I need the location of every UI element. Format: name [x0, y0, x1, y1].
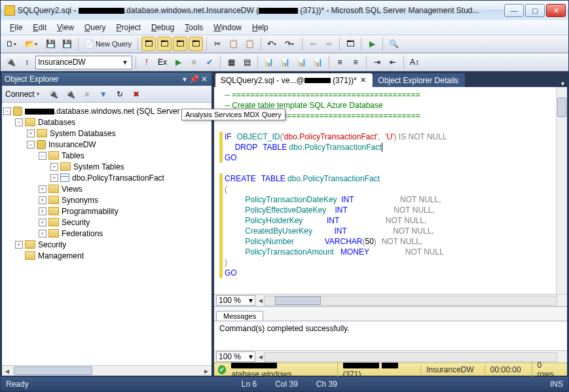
de-query-4-button[interactable]: 🗔	[189, 37, 203, 51]
new-project-button[interactable]: 🗋▾	[3, 37, 21, 51]
stop-button[interactable]: ■	[187, 55, 201, 69]
tree-security-db[interactable]: Security	[62, 218, 90, 227]
open-button[interactable]: 📂▾	[22, 37, 42, 51]
results-grid-button[interactable]: ▦	[224, 55, 238, 69]
menu-query[interactable]: Query	[79, 22, 111, 33]
folder-icon	[48, 207, 59, 215]
de-query-2-button[interactable]: 🗔	[157, 37, 172, 51]
tree-synonyms[interactable]: Synonyms	[62, 196, 98, 205]
tree-tables[interactable]: Tables	[62, 151, 84, 160]
menu-window[interactable]: Window	[208, 22, 247, 33]
tab-oe-details[interactable]: Object Explorer Details	[373, 73, 466, 87]
comment-button[interactable]: ≡	[333, 55, 347, 69]
connect-label[interactable]: Connect	[5, 90, 35, 99]
messages-zoom-row: 100 %▾ ◂	[214, 350, 567, 363]
tree-system-databases[interactable]: System Databases	[50, 129, 116, 138]
toggle-button[interactable]: ↕	[20, 55, 34, 69]
menu-view[interactable]: View	[52, 22, 79, 33]
object-explorer-panel: Object Explorer ▾ 📌 ✕ Connect▾ 🔌 🔌 ■ ▼ ↻…	[2, 73, 211, 376]
indent-button[interactable]: ⇥	[370, 55, 384, 69]
disconnect-button[interactable]: 🔌	[63, 88, 78, 101]
tree-server[interactable]: .database.windows.net (SQL Server	[25, 107, 180, 116]
toolbar-main: 🗋▾ 📂▾ 💾 💾 📄New Query 🗔 🗔 🗔 🗔 ✂ 📋 📋 ↶▾ ↷▾…	[1, 35, 568, 53]
help-button[interactable]: ✖	[129, 88, 143, 101]
de-query-3-button[interactable]: 🗔	[173, 37, 187, 51]
messages-h-scrollbar[interactable]	[264, 352, 557, 362]
tree-databases[interactable]: Databases	[38, 118, 75, 127]
start-debug-button[interactable]: ▶	[365, 37, 379, 51]
status-user: (371)	[337, 361, 416, 379]
cut-button[interactable]: ✂	[210, 37, 225, 51]
folder-icon	[25, 251, 35, 260]
paste-button[interactable]: 📋	[242, 37, 257, 51]
specify-values-button[interactable]: A↕	[407, 55, 422, 69]
database-combo[interactable]: InsuranceDW ▾	[35, 56, 132, 69]
tab-sqlquery2[interactable]: SQLQuery2.sql - ve...@ (371))* ✕	[215, 73, 373, 87]
save-all-button[interactable]: 💾	[60, 37, 75, 51]
de-query-1-button[interactable]: 🗔	[141, 37, 156, 51]
client-stats-button[interactable]: 📊	[310, 55, 325, 69]
app-status-bar: Ready Ln 6 Col 39 Ch 39 INS	[1, 377, 568, 391]
copy-button[interactable]: 📋	[226, 37, 241, 51]
tab-close-button[interactable]: ✕	[360, 76, 366, 84]
tab-label: SQLQuery2.sql - ve...@ (371))*	[221, 76, 357, 85]
menu-debug[interactable]: Debug	[146, 22, 179, 33]
new-query-button[interactable]: 📄New Query	[82, 37, 134, 51]
titlebar: SQLQuery2.sql - .database.windows.net.In…	[1, 1, 568, 20]
results-text-button[interactable]: ▤	[240, 55, 254, 69]
find-button[interactable]: 🔍	[386, 37, 401, 51]
menu-edit[interactable]: Edit	[28, 22, 52, 33]
tree-table-ptfact[interactable]: dbo.PolicyTransactionFact	[72, 173, 164, 183]
activity-button[interactable]: 🗔	[343, 37, 358, 51]
menu-tools[interactable]: Tools	[179, 22, 208, 33]
messages-pane[interactable]: Command(s) completed successfully.	[214, 321, 567, 350]
outdent-button[interactable]: ⇤	[386, 55, 400, 69]
panel-close-button[interactable]: ✕	[199, 75, 209, 84]
include-stats-button[interactable]: 📊	[261, 55, 276, 69]
tree-db-insurancedw[interactable]: InsuranceDW	[48, 140, 96, 149]
tree-management[interactable]: Management	[38, 251, 84, 260]
panel-pin-button[interactable]: 📌	[189, 75, 199, 84]
tab-messages[interactable]: Messages	[216, 311, 263, 321]
change-connection-button[interactable]: 🔌	[3, 55, 18, 69]
menu-help[interactable]: Help	[247, 22, 274, 33]
zoom-combo[interactable]: 100 %▾	[216, 295, 255, 306]
undo-button[interactable]: ↶▾	[265, 37, 281, 51]
execute-button[interactable]: !	[139, 55, 154, 69]
plan-button[interactable]: 📊	[294, 55, 309, 69]
connect-button[interactable]: 🔌	[46, 88, 61, 101]
menu-project[interactable]: Project	[111, 22, 146, 33]
maximize-button[interactable]: ▢	[525, 4, 545, 17]
status-ln: Ln 6	[242, 380, 257, 389]
folder-icon	[48, 185, 59, 193]
refresh-button[interactable]: ↻	[113, 88, 127, 101]
oe-h-scrollbar[interactable]: ◂ ▸	[2, 365, 211, 376]
minimize-button[interactable]: —	[504, 4, 524, 17]
tree-system-tables[interactable]: System Tables	[73, 162, 124, 171]
nav-back-button[interactable]: ⬅	[306, 37, 320, 51]
debug-button[interactable]: ▶	[171, 55, 185, 69]
nav-fwd-button[interactable]: ➡	[321, 37, 336, 51]
folder-icon	[48, 229, 59, 238]
close-button[interactable]: ✕	[546, 4, 566, 17]
menu-file[interactable]: File	[5, 22, 28, 33]
tree-federations[interactable]: Federations	[62, 229, 103, 238]
tree-programmability[interactable]: Programmability	[62, 207, 119, 216]
database-combo-value: InsuranceDW	[38, 58, 86, 67]
redo-button[interactable]: ↷▾	[282, 37, 299, 51]
execute-text-button[interactable]: Ex	[155, 55, 170, 69]
save-button[interactable]: 💾	[43, 37, 58, 51]
results-tabstrip: Messages	[214, 306, 567, 321]
stop-oe-button[interactable]: ■	[80, 88, 94, 101]
tree-security-root[interactable]: Security	[38, 240, 66, 249]
object-explorer-tree[interactable]: −.database.windows.net (SQL Server −Data…	[2, 103, 211, 365]
parse-button[interactable]: ✔	[202, 55, 217, 69]
editor-h-scrollbar[interactable]	[264, 296, 557, 306]
sqlcmd-button[interactable]: 📊	[278, 55, 293, 69]
uncomment-button[interactable]: ≡	[348, 55, 363, 69]
tab-list-button[interactable]: ▾	[559, 80, 567, 87]
panel-dropdown-button[interactable]: ▾	[179, 75, 189, 84]
status-time: 00:00:00	[485, 365, 526, 374]
filter-button[interactable]: ▼	[96, 88, 111, 101]
tree-views[interactable]: Views	[62, 185, 83, 194]
